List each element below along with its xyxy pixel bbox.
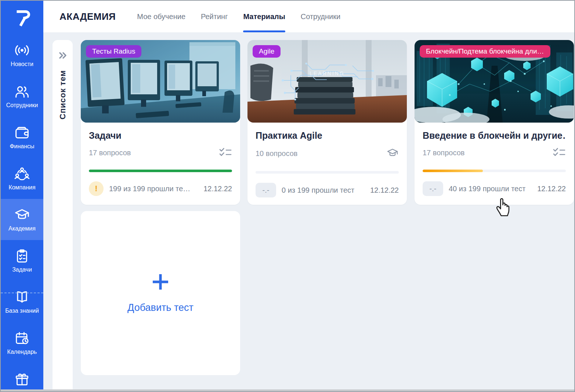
app-logo[interactable]	[1, 1, 43, 35]
passed-count: 199 из 199 прошли те…	[109, 185, 190, 193]
category-badge: Agile	[253, 45, 281, 58]
plus-icon	[151, 273, 170, 293]
test-date: 12.12.22	[203, 185, 232, 193]
calendar-clock-icon	[14, 331, 30, 345]
tab-bar: Мое обучение Рейтинг Материалы Сотрудник…	[137, 1, 340, 32]
test-title: Практика Agile	[256, 130, 399, 141]
card-image-books-learning: LEARNING Agile	[247, 40, 407, 123]
passed-count: 0 из 199 прошли тест	[282, 186, 354, 195]
question-count: 17 вопросов	[89, 149, 131, 157]
window-bottom-edge	[1, 389, 574, 391]
graduation-cap-icon	[386, 147, 399, 160]
broadcast-icon	[14, 43, 30, 58]
add-test-label: Добавить тест	[127, 302, 194, 313]
progress-bar	[89, 170, 232, 172]
progress-fill	[89, 170, 232, 172]
test-date: 12.12.22	[537, 185, 566, 193]
clipboard-check-icon	[14, 248, 30, 263]
sidebar-item-label: Компания	[8, 184, 35, 191]
people-icon	[14, 84, 30, 99]
question-count: 17 вопросов	[423, 149, 464, 157]
top-header: АКАДЕМИЯ Мое обучение Рейтинг Материалы …	[43, 1, 574, 32]
sidebar-item-label: Сотрудники	[6, 102, 38, 109]
sidebar-item-gifts[interactable]: Подарки	[1, 363, 43, 389]
card-body: Введение в блокчейн и другие… 17 вопросо…	[415, 123, 574, 196]
card-body: Практика Agile 10 вопросов -.- 0 из 199 …	[247, 123, 407, 197]
test-card-zadachi[interactable]: Тесты Radius Задачи 17 вопросов ! 199 из…	[81, 40, 240, 205]
tab-employees[interactable]: Сотрудники	[301, 1, 340, 32]
sidebar-item-label: Задачи	[12, 266, 32, 273]
image-hologram-text: LEARNING	[310, 70, 345, 76]
tab-materials[interactable]: Материалы	[243, 1, 285, 32]
sidebar-item-news[interactable]: Новости	[1, 35, 43, 76]
category-badge: Тесты Radius	[86, 45, 141, 58]
card-image-computer-lab: Тесты Radius	[81, 40, 240, 123]
gift-icon	[14, 372, 30, 386]
sidebar-item-label: База знаний	[5, 308, 39, 314]
sidebar-item-finance[interactable]: Финансы	[1, 117, 43, 158]
passed-count: 40 из 199 прошли тест	[449, 185, 525, 193]
sidebar-item-calendar[interactable]: Календарь	[1, 322, 43, 363]
logo-icon	[12, 7, 32, 28]
test-date: 12.12.22	[370, 186, 399, 195]
sidebar-item-label: Новости	[11, 61, 33, 68]
test-card-agile[interactable]: LEARNING Agile Практика Agile 10 вопросо…	[247, 40, 407, 205]
page-title: АКАДЕМИЯ	[59, 11, 116, 22]
warning-status-icon: !	[89, 181, 104, 196]
question-count: 10 вопросов	[256, 149, 297, 158]
tab-rating[interactable]: Рейтинг	[201, 1, 228, 32]
sidebar-item-academy[interactable]: Академия	[1, 199, 43, 240]
score-chip: -.-	[256, 183, 276, 197]
progress-fill	[423, 170, 483, 172]
open-book-icon	[14, 290, 30, 304]
checklist-icon	[553, 147, 566, 158]
topics-panel-toggle[interactable]: Список тем	[53, 40, 73, 389]
sidebar-item-tasks[interactable]: Задачи	[1, 240, 43, 281]
score-chip: -.-	[423, 181, 443, 196]
double-chevron-right-icon[interactable]	[58, 52, 67, 61]
sidebar-item-employees[interactable]: Сотрудники	[1, 76, 43, 117]
sidebar-item-company[interactable]: Компания	[1, 158, 43, 199]
add-test-card[interactable]: Добавить тест	[81, 211, 240, 375]
sidebar-item-knowledge-base[interactable]: База знаний	[1, 281, 43, 322]
card-image-blockchain: Блокчейн/Подтема блокчейна дли…	[415, 40, 574, 123]
category-badge: Блокчейн/Подтема блокчейна дли…	[420, 45, 550, 58]
checklist-icon	[219, 147, 232, 158]
progress-bar	[256, 171, 399, 174]
company-icon	[14, 166, 30, 181]
progress-bar	[423, 170, 566, 172]
drag-indicator-line	[1, 293, 43, 293]
tab-my-learning[interactable]: Мое обучение	[137, 1, 185, 32]
sidebar-item-label: Финансы	[10, 143, 34, 150]
wallet-icon	[14, 125, 30, 140]
sidebar-item-label: Академия	[8, 225, 36, 232]
test-title: Задачи	[89, 130, 232, 141]
graduation-cap-icon	[14, 207, 30, 222]
sidebar-item-label: Календарь	[7, 349, 37, 355]
sidebar: Новости Сотрудники Финанс	[1, 1, 43, 389]
test-card-blockchain[interactable]: Блокчейн/Подтема блокчейна дли… Введение…	[415, 40, 574, 205]
topics-panel-label: Список тем	[58, 70, 68, 120]
card-body: Задачи 17 вопросов ! 199 из 199 прошли т…	[81, 123, 240, 196]
test-title: Введение в блокчейн и другие…	[423, 130, 566, 141]
academy-page: Новости Сотрудники Финанс	[0, 0, 575, 392]
